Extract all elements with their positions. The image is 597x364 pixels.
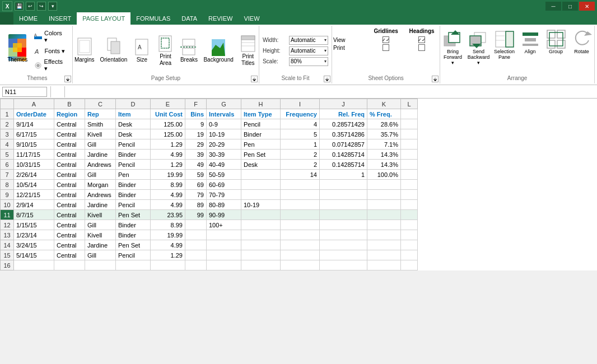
- cell-10-4[interactable]: 4.99: [151, 200, 185, 210]
- cell-3-9[interactable]: 0.35714286: [320, 129, 367, 139]
- cell-14-11[interactable]: [401, 240, 418, 250]
- cell-12-7[interactable]: [241, 220, 281, 230]
- rotate-button[interactable]: Rotate: [570, 28, 594, 56]
- cell-14-9[interactable]: [320, 240, 367, 250]
- width-input[interactable]: Automatic ▾: [289, 36, 328, 45]
- cell-16-7[interactable]: [241, 260, 281, 270]
- cell-13-11[interactable]: [401, 230, 418, 240]
- cell-7-7[interactable]: [241, 170, 281, 180]
- themes-button[interactable]: Themes: [6, 38, 29, 64]
- col-header-a[interactable]: A: [14, 99, 54, 109]
- cell-16-3[interactable]: [116, 260, 151, 270]
- cell-9-5[interactable]: 79: [185, 190, 207, 200]
- cell-11-5[interactable]: 99: [185, 210, 207, 220]
- cell-15-0[interactable]: 5/14/15: [14, 250, 54, 260]
- group-button[interactable]: Group: [544, 28, 568, 56]
- cell-10-0[interactable]: 2/9/14: [14, 200, 54, 210]
- cell-3-11[interactable]: [401, 129, 418, 139]
- cell-11-7[interactable]: [241, 210, 281, 220]
- cell-3-10[interactable]: 35.7%: [367, 129, 401, 139]
- cell-16-1[interactable]: [54, 260, 85, 270]
- cell-8-5[interactable]: 69: [185, 180, 207, 190]
- cell-8-4[interactable]: 8.99: [151, 180, 185, 190]
- cell-6-7[interactable]: Desk: [241, 160, 281, 170]
- cell-10-5[interactable]: 89: [185, 200, 207, 210]
- cell-11-0[interactable]: 8/7/15: [14, 210, 54, 220]
- row-header-3[interactable]: 3: [1, 129, 14, 139]
- cell-12-3[interactable]: Binder: [116, 220, 151, 230]
- cell-5-10[interactable]: 14.3%: [367, 150, 401, 160]
- cell-1-5[interactable]: Bins: [185, 109, 207, 119]
- cell-16-0[interactable]: [14, 260, 54, 270]
- cell-7-4[interactable]: 19.99: [151, 170, 185, 180]
- cell-1-3[interactable]: Item: [116, 109, 151, 119]
- cell-10-8[interactable]: [281, 200, 320, 210]
- cell-1-6[interactable]: Intervals: [207, 109, 241, 119]
- cell-15-4[interactable]: 1.29: [151, 250, 185, 260]
- cell-11-2[interactable]: Kivell: [85, 210, 116, 220]
- cell-16-8[interactable]: [281, 260, 320, 270]
- print-area-button[interactable]: Print Area: [154, 34, 176, 68]
- row-header-15[interactable]: 15: [1, 250, 14, 260]
- redo-icon[interactable]: ↪: [37, 2, 46, 11]
- cell-2-8[interactable]: 4: [281, 119, 320, 129]
- file-menu[interactable]: [0, 12, 13, 25]
- cell-6-9[interactable]: 0.14285714: [320, 160, 367, 170]
- cell-10-7[interactable]: 10-19: [241, 200, 281, 210]
- cell-6-8[interactable]: 2: [281, 160, 320, 170]
- gridlines-print-checkbox[interactable]: [383, 44, 389, 51]
- cell-2-9[interactable]: 0.28571429: [320, 119, 367, 129]
- cell-8-10[interactable]: [367, 180, 401, 190]
- cell-4-7[interactable]: Pen: [241, 139, 281, 150]
- cell-8-8[interactable]: [281, 180, 320, 190]
- cell-13-2[interactable]: Kivell: [85, 230, 116, 240]
- col-header-b[interactable]: B: [54, 99, 85, 109]
- cell-16-10[interactable]: [367, 260, 401, 270]
- cell-14-1[interactable]: Central: [54, 240, 85, 250]
- cell-13-9[interactable]: [320, 230, 367, 240]
- cell-5-4[interactable]: 4.99: [151, 150, 185, 160]
- cell-9-3[interactable]: Binder: [116, 190, 151, 200]
- minimize-button[interactable]: ─: [545, 2, 561, 11]
- row-header-13[interactable]: 13: [1, 230, 14, 240]
- cell-4-5[interactable]: 29: [185, 139, 207, 150]
- cell-9-4[interactable]: 4.99: [151, 190, 185, 200]
- cell-12-9[interactable]: [320, 220, 367, 230]
- cell-3-1[interactable]: Central: [54, 129, 85, 139]
- cell-10-6[interactable]: 80-89: [207, 200, 241, 210]
- cell-3-0[interactable]: 6/17/15: [14, 129, 54, 139]
- cell-6-2[interactable]: Andrews: [85, 160, 116, 170]
- cell-15-8[interactable]: [281, 250, 320, 260]
- formulas-menu[interactable]: FORMULAS: [130, 12, 176, 25]
- cell-14-4[interactable]: 4.99: [151, 240, 185, 250]
- cell-2-3[interactable]: Desk: [116, 119, 151, 129]
- cell-5-11[interactable]: [401, 150, 418, 160]
- background-button[interactable]: Background: [201, 38, 235, 64]
- cell-3-7[interactable]: Binder: [241, 129, 281, 139]
- cell-7-5[interactable]: 59: [185, 170, 207, 180]
- cell-1-0[interactable]: OrderDate: [14, 109, 54, 119]
- cell-5-9[interactable]: 0.14285714: [320, 150, 367, 160]
- cell-2-0[interactable]: 9/1/14: [14, 119, 54, 129]
- undo-icon[interactable]: ↩: [26, 2, 35, 11]
- cell-12-2[interactable]: Gill: [85, 220, 116, 230]
- cell-8-11[interactable]: [401, 180, 418, 190]
- close-button[interactable]: ✕: [579, 2, 595, 11]
- cell-10-10[interactable]: [367, 200, 401, 210]
- cell-14-8[interactable]: [281, 240, 320, 250]
- cell-13-0[interactable]: 1/23/14: [14, 230, 54, 240]
- cell-13-7[interactable]: [241, 230, 281, 240]
- cell-11-4[interactable]: 23.95: [151, 210, 185, 220]
- cell-7-2[interactable]: Gill: [85, 170, 116, 180]
- cell-12-11[interactable]: [401, 220, 418, 230]
- cell-14-7[interactable]: [241, 240, 281, 250]
- cell-8-6[interactable]: 60-69: [207, 180, 241, 190]
- cell-7-1[interactable]: Central: [54, 170, 85, 180]
- cell-2-1[interactable]: Central: [54, 119, 85, 129]
- cell-1-11[interactable]: [401, 109, 418, 119]
- cell-6-11[interactable]: [401, 160, 418, 170]
- cell-16-4[interactable]: [151, 260, 185, 270]
- themes-expand-icon[interactable]: ⬙: [64, 76, 71, 82]
- cell-2-7[interactable]: Pencil: [241, 119, 281, 129]
- cell-8-2[interactable]: Morgan: [85, 180, 116, 190]
